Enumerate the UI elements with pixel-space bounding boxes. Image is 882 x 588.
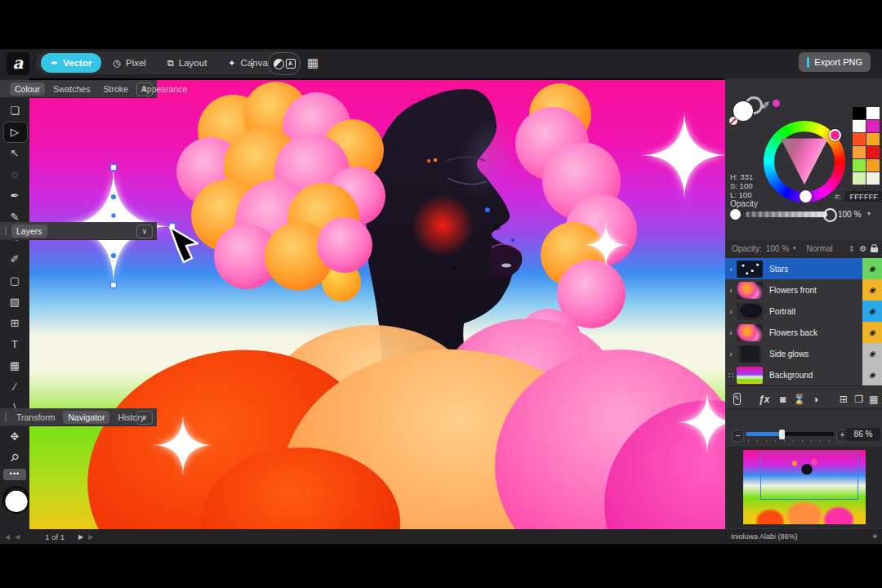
visibility-eye-icon[interactable]: ◉ (862, 322, 882, 343)
measure-tool[interactable]: ∕ (0, 376, 29, 397)
swatch[interactable] (853, 107, 866, 119)
expand-chevron-icon[interactable]: › (725, 286, 737, 295)
next-artboard-icon[interactable]: ▶ (78, 533, 83, 541)
layer-row-stars[interactable]: › Stars ◉ (725, 258, 882, 280)
paint-brush-tool[interactable]: ✐ (0, 248, 29, 270)
layer-blend-row: Opacity: 100 % ▾ Normal ⇕ ⚙ (725, 240, 882, 257)
zoom-tool[interactable]: ⚲ (0, 447, 29, 468)
tab-swatches[interactable]: Swatches (48, 82, 96, 96)
hex-input[interactable]: FFFFFF (844, 191, 882, 202)
adjustment-layer-icon[interactable]: ⌛ (791, 394, 808, 405)
more-tools-button[interactable]: ••• (3, 469, 26, 480)
crop-tool[interactable]: ⊞ (0, 312, 29, 333)
zoom-value-input[interactable]: 86 % (846, 428, 880, 441)
panel-grip[interactable] (5, 412, 7, 421)
layer-row-side-glows[interactable]: › Side glows ◉ (725, 343, 882, 365)
view-tool[interactable]: ✥ (0, 425, 29, 447)
expand-chevron-icon[interactable]: › (725, 328, 737, 337)
edit-all-layers-icon[interactable]: ✎ (733, 393, 741, 405)
layers-panel-chevron-icon[interactable]: ∨ (136, 225, 153, 238)
preview-mode-toggle[interactable]: A (268, 52, 301, 75)
artwork-canvas[interactable] (29, 80, 725, 529)
add-group-icon[interactable]: ❐ (852, 394, 866, 405)
pen-tool[interactable]: ✒ (0, 185, 29, 206)
visibility-eye-icon[interactable]: ◉ (862, 364, 882, 385)
toolbar-overflow-menu[interactable]: ⋮ (245, 51, 260, 74)
node-tool[interactable]: ▷ (0, 121, 29, 142)
expand-chevron-icon[interactable]: › (725, 265, 737, 274)
opacity-value[interactable]: 100 % (838, 210, 861, 219)
zoom-slider-handle[interactable] (779, 430, 785, 439)
text-tool[interactable]: T (0, 333, 29, 354)
artboard-tool[interactable]: ❏ (0, 100, 29, 121)
layer-opacity-chevron-icon[interactable]: ▾ (793, 245, 796, 252)
grid-icon[interactable]: ▦ (304, 54, 322, 72)
eyedropper-icon[interactable]: ✐ (761, 100, 770, 112)
no-fill-swatch[interactable] (729, 117, 737, 125)
live-filter-icon[interactable]: ◑ (808, 394, 824, 405)
layer-row-portrait[interactable]: › Portrait ◉ (725, 301, 882, 323)
visibility-eye-icon[interactable]: ◉ (862, 343, 882, 364)
visibility-eye-icon[interactable]: ◉ (862, 301, 882, 322)
point-transform-tool[interactable]: ↖ (0, 142, 29, 163)
fill-colour-selector[interactable] (2, 486, 30, 514)
swatch[interactable] (866, 133, 880, 145)
add-pixel-layer-icon[interactable]: ⊞ (835, 394, 852, 405)
persona-pixel[interactable]: ◷ Pixel (103, 53, 156, 73)
lock-icon[interactable] (871, 244, 878, 253)
swatch[interactable] (853, 120, 866, 132)
image-tool[interactable]: ▦ (0, 354, 29, 376)
layer-fx-icon[interactable]: ƒx (754, 394, 775, 405)
blend-mode-select[interactable]: Normal (807, 244, 833, 253)
opacity-slider[interactable] (746, 212, 827, 217)
hue-selector[interactable] (829, 129, 841, 141)
swatch[interactable] (853, 133, 866, 145)
opacity-knob[interactable] (730, 209, 741, 220)
persona-layout[interactable]: ⧉ Layout (158, 53, 216, 73)
expand-chevron-icon[interactable]: › (725, 307, 737, 316)
tab-transform[interactable]: Transform (11, 411, 60, 424)
opacity-slider-handle[interactable] (823, 208, 837, 222)
navigator-viewport-rect[interactable] (760, 452, 858, 500)
layer-row-background[interactable]: ∷ Background ◉ (725, 364, 882, 386)
last-artboard-icon[interactable]: ▶ (88, 533, 93, 541)
swatch[interactable] (853, 146, 866, 158)
export-png-button[interactable]: Export PNG (799, 52, 871, 72)
swatch[interactable] (853, 172, 866, 185)
swatch[interactable] (866, 120, 880, 132)
swatch[interactable] (866, 159, 880, 172)
swatch[interactable] (866, 107, 880, 119)
first-artboard-icon[interactable]: ◀ (5, 533, 10, 541)
mask-layer-icon[interactable]: ◙ (775, 394, 791, 405)
app-logo[interactable]: a (7, 52, 29, 75)
expand-chevron-icon[interactable]: › (725, 350, 737, 359)
status-star-icon[interactable]: ✳ (871, 532, 878, 541)
tab-layers[interactable]: Layers (11, 225, 47, 238)
gear-icon[interactable]: ⚙ (859, 244, 866, 253)
tab-colour[interactable]: Colour (10, 82, 45, 96)
layer-opacity-value[interactable]: 100 % (766, 244, 789, 253)
prev-artboard-icon[interactable]: ◀ (15, 533, 20, 541)
opacity-chevron-icon[interactable]: ▾ (867, 210, 871, 217)
transparency-tool[interactable]: ▧ (0, 291, 29, 312)
panel-grip[interactable] (5, 226, 7, 235)
persona-vector[interactable]: ✒ Vector (41, 53, 101, 73)
layer-row-flowers-front[interactable]: › Flowers front ◉ (725, 279, 882, 301)
tab-navigator[interactable]: Navigator (63, 411, 109, 424)
rectangle-tool[interactable]: ▢ (0, 270, 29, 291)
checkerboard-icon[interactable]: ▦ (866, 394, 881, 405)
layer-row-flowers-back[interactable]: › Flowers back ◉ (725, 322, 882, 344)
swatch[interactable] (866, 172, 880, 185)
visibility-eye-icon[interactable]: ◉ (862, 279, 882, 301)
tab-stroke[interactable]: Stroke (98, 82, 132, 96)
zoom-out-button[interactable]: – (732, 430, 744, 442)
colour-panel-chevron-icon[interactable]: ∨ (136, 82, 153, 96)
navigator-panel-chevron-icon[interactable]: ∨ (136, 411, 153, 425)
swatch[interactable] (853, 159, 866, 172)
shade-selector[interactable] (800, 190, 812, 203)
swatch[interactable] (866, 146, 880, 158)
contour-tool[interactable]: ◌ (0, 163, 29, 185)
magnifier-icon: ⚲ (7, 450, 21, 464)
visibility-eye-icon[interactable]: ◉ (862, 258, 882, 279)
blend-stepper-icon[interactable]: ⇕ (849, 244, 855, 253)
